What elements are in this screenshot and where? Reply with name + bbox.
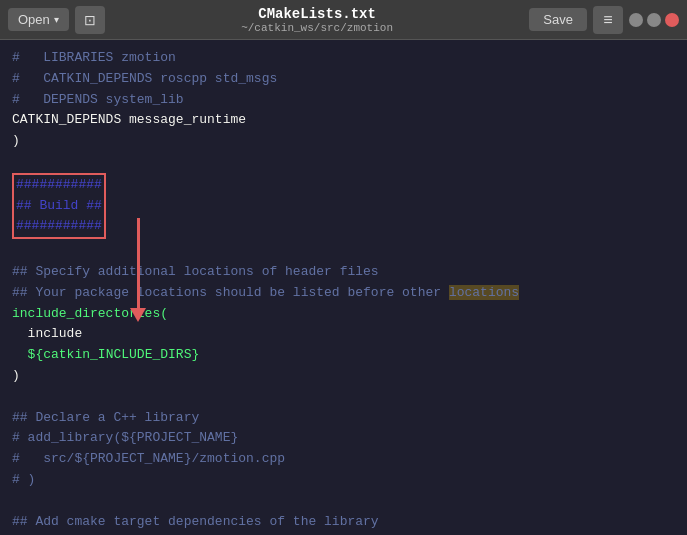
minimize-button[interactable]: [629, 13, 643, 27]
line-12: ## Your package locations should be list…: [12, 283, 675, 304]
line-20: # src/${PROJECT_NAME}/zmotion.cpp: [12, 449, 675, 470]
line-18: ## Declare a C++ library: [12, 408, 675, 429]
open-label: Open: [18, 12, 50, 27]
line-13: include_directories(: [12, 304, 675, 325]
line-17: [12, 387, 675, 408]
line-3: # DEPENDS system_lib: [12, 90, 675, 111]
line-7: ###########: [16, 175, 102, 196]
line-5: ): [12, 131, 675, 152]
line-4: CATKIN_DEPENDS message_runtime: [12, 110, 675, 131]
menu-button[interactable]: ≡: [593, 6, 623, 34]
line-19: # add_library(${PROJECT_NAME}: [12, 428, 675, 449]
title-bar: Open ▾ ⊡ CMakeLists.txt ~/catkin_ws/src/…: [0, 0, 687, 40]
save-button[interactable]: Save: [529, 8, 587, 31]
title-center: CMakeLists.txt ~/catkin_ws/src/zmotion: [105, 6, 530, 34]
file-icon: ⊡: [84, 12, 96, 28]
line-2: # CATKIN_DEPENDS roscpp std_msgs: [12, 69, 675, 90]
build-section-box: ########### ## Build ## ###########: [12, 173, 106, 239]
maximize-button[interactable]: [647, 13, 661, 27]
line-15: ${catkin_INCLUDE_DIRS}: [12, 345, 675, 366]
line-16: ): [12, 366, 675, 387]
window-controls: [629, 13, 679, 27]
close-button[interactable]: [665, 13, 679, 27]
line-10: [12, 241, 675, 262]
line-22: [12, 491, 675, 512]
line-11: ## Specify additional locations of heade…: [12, 262, 675, 283]
line-23: ## Add cmake target dependencies of the …: [12, 512, 675, 533]
line-8: ## Build ##: [16, 196, 102, 217]
line-14: include: [12, 324, 675, 345]
editor[interactable]: # LIBRARIES zmotion # CATKIN_DEPENDS ros…: [0, 40, 687, 535]
line-9: ###########: [16, 216, 102, 237]
filename: CMakeLists.txt: [105, 6, 530, 22]
open-button[interactable]: Open ▾: [8, 8, 69, 31]
file-icon-button[interactable]: ⊡: [75, 6, 105, 34]
dropdown-arrow-icon: ▾: [54, 14, 59, 25]
line-1: # LIBRARIES zmotion: [12, 48, 675, 69]
hamburger-icon: ≡: [603, 11, 612, 29]
filepath: ~/catkin_ws/src/zmotion: [105, 22, 530, 34]
line-6: [12, 152, 675, 173]
line-21: # ): [12, 470, 675, 491]
